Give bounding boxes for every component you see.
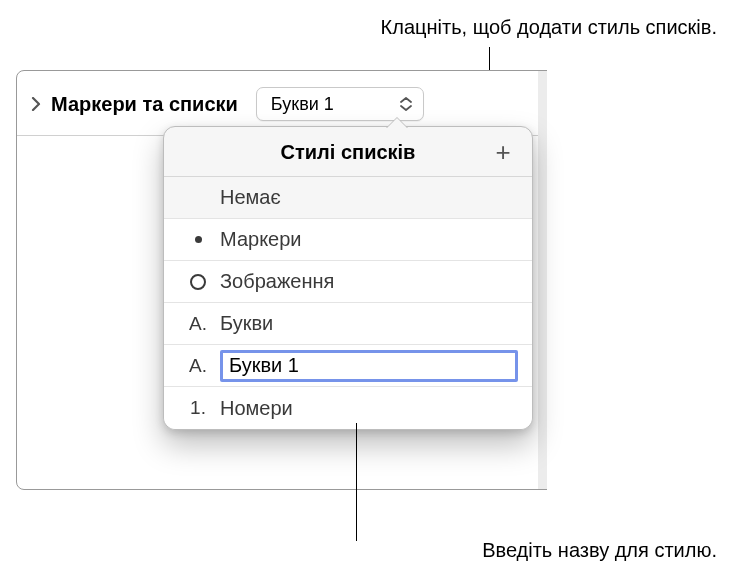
plus-icon: + <box>495 137 510 168</box>
style-label: Немає <box>220 186 518 209</box>
list-item[interactable]: Маркери <box>164 219 532 261</box>
list-item[interactable]: Немає <box>164 177 532 219</box>
section-label: Маркери та списки <box>51 93 238 116</box>
list-item[interactable]: Зображення <box>164 261 532 303</box>
list-style-dropdown[interactable]: Букви 1 <box>256 87 424 121</box>
callout-add-style: Клацніть, щоб додати стиль списків. <box>381 16 717 39</box>
add-style-button[interactable]: + <box>488 137 518 167</box>
style-name-field-wrap <box>220 350 518 382</box>
disclosure-chevron-icon[interactable] <box>31 97 41 111</box>
style-name-input[interactable] <box>229 354 509 377</box>
list-item[interactable]: 1. Номери <box>164 387 532 429</box>
panel-edge <box>538 70 547 490</box>
number-marker-icon: 1. <box>186 397 210 419</box>
style-label: Зображення <box>220 270 518 293</box>
list-item[interactable]: A. Букви <box>164 303 532 345</box>
updown-caret-icon <box>399 97 413 111</box>
callout-enter-name: Введіть назву для стилю. <box>482 539 717 562</box>
list-styles-popover: Стилі списків + Немає Маркери Зображення… <box>163 126 533 430</box>
list-item[interactable]: A. <box>164 345 532 387</box>
popover-title: Стилі списків <box>281 141 416 164</box>
style-label: Букви <box>220 312 518 335</box>
callout-line-bottom <box>356 423 357 541</box>
image-marker-icon <box>186 274 210 290</box>
letter-marker-icon: A. <box>186 355 210 377</box>
letter-marker-icon: A. <box>186 313 210 335</box>
popover-title-bar: Стилі списків + <box>164 127 532 177</box>
bullet-marker-icon <box>186 236 210 243</box>
style-list: Немає Маркери Зображення A. Букви A. 1. … <box>164 177 532 429</box>
dropdown-value: Букви 1 <box>271 94 334 115</box>
style-label: Номери <box>220 397 518 420</box>
style-label: Маркери <box>220 228 518 251</box>
